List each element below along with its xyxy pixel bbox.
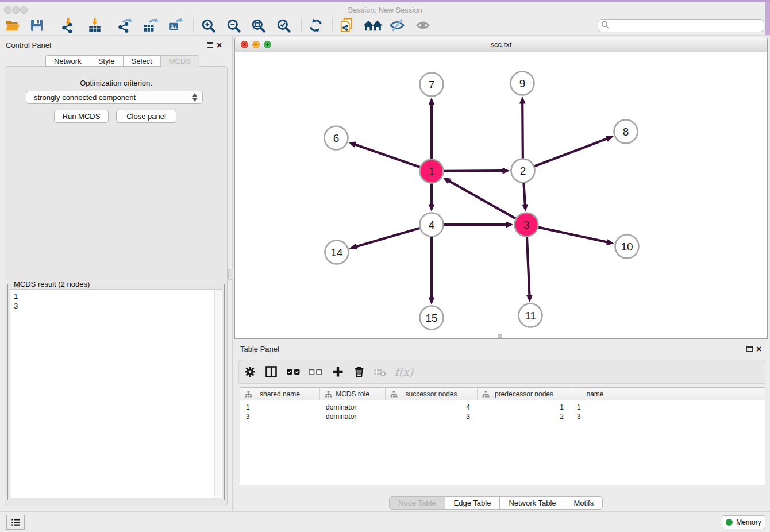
column-header-shared-name[interactable]: shared name — [240, 388, 320, 400]
zoom-out-icon — [226, 18, 241, 33]
column-header-predecessor-nodes[interactable]: predecessor nodes — [478, 388, 571, 400]
node-label: 3 — [523, 219, 530, 231]
table-cell: dominator — [320, 403, 386, 412]
zoom-selected-button[interactable] — [274, 16, 293, 35]
node-label: 7 — [429, 79, 435, 91]
attribute-type-icon — [482, 391, 490, 398]
trash-icon — [352, 365, 366, 379]
table-header-row: shared nameMCDS rolesuccessor nodesprede… — [240, 388, 765, 400]
search-input[interactable] — [598, 19, 764, 32]
result-scrollbar[interactable] — [214, 290, 221, 497]
network-file-icon — [339, 17, 355, 33]
table-cell: 3 — [386, 412, 478, 421]
task-history-button[interactable] — [6, 515, 25, 530]
table-settings-button[interactable] — [241, 363, 259, 380]
edge-3-1[interactable] — [448, 180, 516, 218]
import-table-icon — [87, 17, 103, 33]
node-label: 10 — [621, 241, 633, 253]
columns-icon — [264, 365, 278, 379]
edge-2-3[interactable] — [523, 182, 525, 205]
attribute-type-icon — [390, 391, 398, 398]
network-window-grip[interactable] — [498, 334, 502, 338]
export-image-icon — [167, 17, 183, 33]
zoom-out-button[interactable] — [224, 16, 243, 35]
table-tab-network-table[interactable]: Network Table — [499, 496, 565, 510]
edge-3-10[interactable] — [538, 227, 608, 242]
show-columns-button[interactable] — [263, 363, 280, 380]
hide-panel-button[interactable] — [387, 16, 407, 35]
export-table-button[interactable] — [140, 16, 160, 35]
network-window-title: scc.txt — [235, 40, 767, 49]
edge-arrowhead — [348, 142, 356, 148]
edge-arrowhead — [429, 98, 435, 105]
table-tab-motifs[interactable]: Motifs — [565, 496, 603, 510]
table-tab-edge-table[interactable]: Edge Table — [445, 496, 500, 510]
edge-2-8[interactable] — [534, 138, 608, 167]
table-panel-close-icon[interactable]: × — [756, 346, 761, 353]
zoom-in-button[interactable] — [198, 16, 218, 35]
home-button[interactable] — [361, 16, 384, 35]
table-row[interactable]: 1dominator411 — [240, 403, 765, 412]
column-header-label: predecessor nodes — [495, 390, 553, 398]
control-panel-close-icon[interactable]: × — [217, 42, 222, 49]
mcds-result-line: 3 — [14, 301, 18, 311]
table-panel-float-icon[interactable] — [746, 346, 753, 352]
table-tab-node-table[interactable]: Node Table — [389, 496, 445, 510]
close-panel-button[interactable]: Close panel — [116, 110, 176, 123]
column-header-MCDS-role[interactable]: MCDS role — [320, 388, 386, 400]
import-table-button[interactable] — [85, 16, 105, 35]
edge-arrowhead — [502, 168, 510, 174]
control-panel-tabs: NetworkStyleSelectMCDS — [45, 55, 199, 67]
save-session-button[interactable] — [27, 16, 47, 35]
import-network-button[interactable] — [59, 16, 78, 35]
memory-button[interactable]: Memory — [722, 515, 765, 529]
import-network-icon — [60, 17, 76, 33]
table-row[interactable]: 3dominator323 — [240, 412, 765, 421]
column-header-successor-nodes[interactable]: successor nodes — [386, 388, 478, 400]
edge-1-6[interactable] — [355, 144, 421, 167]
splitter-grip[interactable] — [228, 269, 233, 280]
export-network-button[interactable] — [116, 16, 135, 35]
function-builder-button[interactable]: f(x) — [392, 363, 415, 380]
run-mcds-button[interactable]: Run MCDS — [54, 110, 109, 123]
show-panel-button[interactable] — [413, 16, 433, 35]
edge-4-14[interactable] — [355, 228, 420, 247]
node-label: 15 — [425, 312, 437, 324]
edge-arrowhead — [522, 204, 528, 211]
add-column-button[interactable] — [329, 363, 346, 380]
network-graph-canvas[interactable]: 7968124314101511 — [235, 52, 767, 338]
criterion-dropdown[interactable]: strongly connected component — [26, 91, 203, 104]
mcds-result-title: MCDS result (2 nodes) — [11, 280, 92, 288]
zoom-fit-button[interactable] — [248, 16, 268, 35]
edge-2-9[interactable] — [522, 102, 523, 159]
edge-arrowhead — [519, 96, 526, 103]
export-image-button[interactable] — [165, 16, 185, 35]
network-file-button[interactable] — [337, 16, 357, 35]
delete-table-button[interactable] — [371, 363, 388, 380]
control-panel-float-icon[interactable] — [207, 42, 213, 48]
control-tab-style[interactable]: Style — [90, 55, 124, 67]
edge-arrowhead — [429, 298, 435, 305]
column-header-name[interactable]: name — [571, 388, 619, 400]
eye-slash-icon — [389, 17, 405, 33]
open-session-button[interactable] — [3, 16, 22, 35]
zoom-in-icon — [201, 18, 216, 33]
delete-column-button[interactable] — [351, 363, 368, 380]
select-all-button[interactable] — [284, 363, 303, 380]
mcds-result-textarea[interactable]: 13 — [10, 289, 222, 498]
control-tab-select[interactable]: Select — [123, 55, 161, 67]
table-panel-title: Table Panel — [240, 345, 279, 353]
edge-3-11[interactable] — [527, 236, 530, 296]
control-tab-mcds[interactable]: MCDS — [160, 55, 199, 67]
deselect-all-button[interactable] — [306, 363, 325, 380]
refresh-button[interactable] — [306, 16, 325, 35]
toolbar-separator — [332, 18, 333, 33]
search-icon — [601, 21, 610, 29]
edge-1-2[interactable] — [443, 171, 503, 171]
edge-arrowhead — [506, 222, 514, 228]
control-tab-network[interactable]: Network — [45, 55, 90, 67]
node-label: 6 — [333, 132, 340, 144]
column-header-label: MCDS role — [336, 390, 369, 398]
node-label: 9 — [519, 78, 526, 90]
fx-icon: f(x) — [395, 365, 414, 378]
